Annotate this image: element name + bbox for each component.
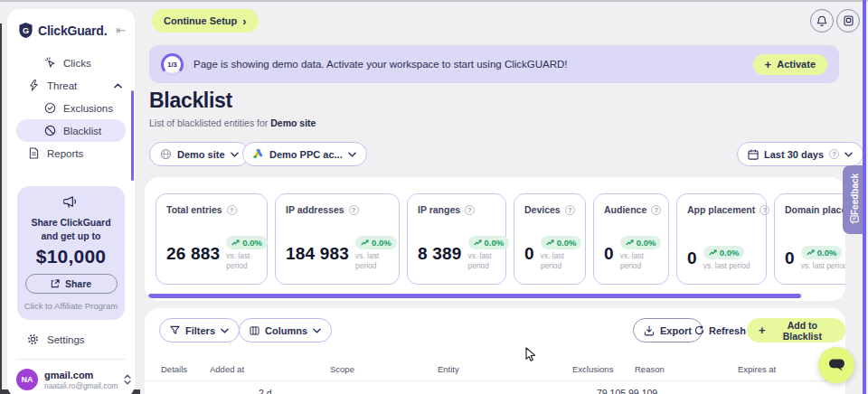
blacklist-table-panel: Filters Columns Export: [145, 308, 845, 394]
ppc-account-selector[interactable]: Demo PPC ac...: [242, 142, 367, 166]
vs-label: vs. last period: [468, 251, 506, 271]
stat-value: 0: [524, 244, 534, 264]
svg-text:G: G: [23, 26, 29, 35]
continue-setup-button[interactable]: Continue Setup ›: [152, 9, 259, 33]
filters-label: Filters: [185, 325, 215, 336]
block-icon: [43, 125, 56, 136]
activate-button[interactable]: + Activate: [753, 54, 827, 75]
promo-amount: $10,000: [23, 246, 119, 267]
user-menu[interactable]: NA gmail.com naatali.ro@gmail.com: [7, 360, 135, 390]
sidebar-item-label: Reports: [47, 148, 83, 159]
sidebar-nav: Clicks Threat Exclusions: [7, 52, 135, 164]
chevron-up-icon[interactable]: [114, 83, 122, 89]
gear-icon: [27, 333, 39, 345]
sidebar-item-label: Threat: [47, 80, 77, 91]
change-value: 0.0%: [720, 248, 740, 258]
sidebar-item-reports[interactable]: Reports: [7, 142, 135, 164]
stat-label: IP addresses: [286, 204, 344, 215]
help-icon[interactable]: ?: [465, 205, 475, 215]
export-button[interactable]: Export: [633, 318, 703, 342]
sidebar-item-label: Clicks: [63, 58, 91, 69]
column-header-exclusions: Exclusions: [572, 364, 613, 374]
stat-value: 26 883: [166, 244, 220, 264]
stat-label: Total entries: [166, 204, 222, 215]
help-icon[interactable]: ?: [565, 205, 575, 215]
vertical-scrollbar[interactable]: [863, 0, 866, 394]
brand-logo: G ClickGuard. ⇤: [7, 9, 135, 48]
sidebar-item-threat[interactable]: Threat: [7, 74, 135, 97]
vs-label: vs. last period: [226, 251, 264, 271]
filter-icon: [170, 325, 180, 335]
vs-label: vs. last period: [620, 251, 658, 271]
help-icon[interactable]: ?: [227, 205, 237, 215]
chevron-updown-icon: [124, 374, 131, 385]
column-header-added-at: Added at: [210, 364, 244, 374]
chevron-down-icon: [231, 152, 239, 157]
sidebar-item-settings[interactable]: Settings: [7, 333, 135, 345]
change-value: 0.0%: [637, 238, 656, 248]
table-row[interactable]: 2 d 79.105.99.109: [145, 388, 845, 394]
refresh-label: Refresh: [709, 325, 746, 336]
add-to-blacklist-label: Add to Blacklist: [771, 320, 834, 342]
trend-up-icon: [361, 239, 369, 246]
page-subtitle-text: List of blacklisted entities for: [149, 117, 268, 128]
feedback-icon: [850, 211, 859, 228]
collapse-sidebar-icon[interactable]: ⇤: [116, 24, 126, 36]
help-icon[interactable]: ?: [829, 149, 839, 159]
promo-headline: Share ClickGuard and get up to: [23, 216, 119, 242]
shield-logo-icon: G: [18, 22, 33, 39]
affiliate-promo-card[interactable]: Share ClickGuard and get up to $10,000 S…: [17, 186, 125, 320]
trend-up-icon: [546, 239, 554, 246]
trend-up-icon: [807, 249, 815, 256]
export-label: Export: [660, 325, 692, 336]
megaphone-icon: [63, 195, 79, 209]
stat-label: Domain placement: [785, 204, 845, 215]
stat-card-devices: Devices? 0 0.0% vs. last period: [514, 193, 586, 285]
filters-button[interactable]: Filters: [159, 318, 240, 342]
sidebar-item-clicks[interactable]: Clicks: [7, 52, 135, 74]
window-edge: [0, 23, 2, 394]
help-icon[interactable]: ?: [651, 205, 661, 215]
sidebar-item-blacklist[interactable]: Blacklist: [16, 119, 126, 142]
site-selector[interactable]: Demo site: [149, 142, 250, 166]
chat-icon: [828, 358, 845, 372]
help-icon[interactable]: ?: [349, 205, 359, 215]
app-window: G ClickGuard. ⇤ Clicks Threat: [0, 0, 868, 394]
user-email: naatali.ro@gmail.com: [44, 381, 118, 390]
change-value: 0.0%: [242, 238, 262, 248]
help-icon[interactable]: ?: [760, 205, 769, 215]
cursor-click-icon: [43, 57, 56, 69]
columns-icon: [250, 326, 259, 335]
cell-entity: 79.105.99.109: [597, 388, 657, 394]
chevron-down-icon: [313, 328, 321, 333]
divider: [145, 380, 845, 381]
stat-value: 8 389: [418, 244, 462, 264]
site-selector-value: Demo site: [177, 149, 225, 160]
notifications-button[interactable]: [810, 9, 834, 33]
ppc-account-value: Demo PPC ac...: [269, 149, 343, 160]
stat-card-audience: Audience? 0 0.0% vs. last period: [593, 193, 669, 285]
cell-added-at: 2 d: [259, 388, 272, 394]
plus-icon: +: [765, 59, 772, 70]
horizontal-scrollbar[interactable]: [148, 294, 801, 298]
refresh-button[interactable]: Refresh: [694, 318, 746, 342]
columns-label: Columns: [265, 325, 307, 336]
add-to-blacklist-button[interactable]: + Add to Blacklist: [747, 318, 845, 342]
stat-label: Audience: [604, 204, 646, 215]
stat-value: 0: [785, 249, 795, 268]
stats-panel: Total entries? 26 883 0.0% vs. last peri…: [145, 177, 845, 301]
chevron-down-icon: [348, 152, 356, 157]
continue-setup-label: Continue Setup: [164, 15, 237, 26]
change-badge: 0.0%: [703, 246, 745, 259]
date-range-selector[interactable]: Last 30 days ?: [737, 142, 863, 166]
trend-up-icon: [709, 249, 717, 256]
columns-button[interactable]: Columns: [239, 318, 332, 342]
sidebar-scrollbar[interactable]: [131, 90, 134, 181]
stat-value: 0: [687, 249, 697, 268]
demo-data-banner: 1/3 Page is showing demo data. Activate …: [149, 45, 839, 83]
chevron-down-icon: [221, 328, 229, 333]
share-button[interactable]: Share: [25, 274, 118, 294]
sidebar-item-exclusions[interactable]: Exclusions: [7, 97, 135, 119]
chat-widget-button[interactable]: [818, 347, 854, 383]
docs-button[interactable]: [836, 9, 860, 33]
